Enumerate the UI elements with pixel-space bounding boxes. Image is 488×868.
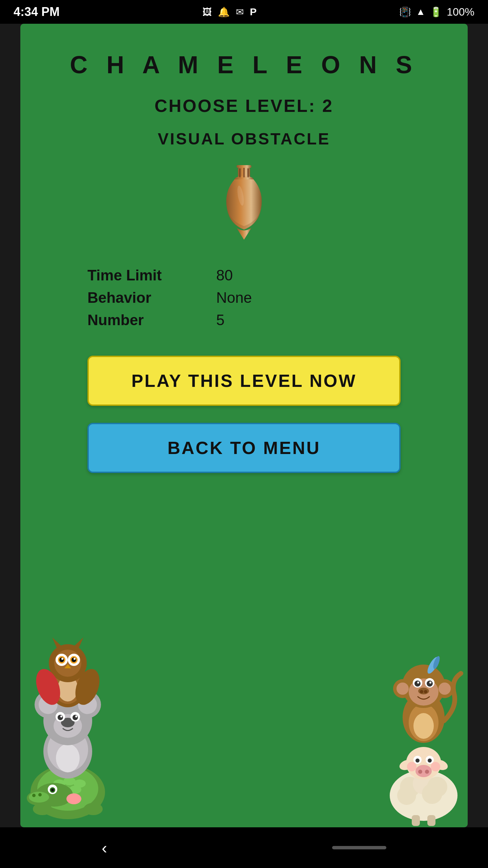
status-bar: 4:34 PM 🖼 🔔 ✉ P 📳 ▲ 🔋 100%	[0, 0, 488, 24]
svg-point-86	[439, 683, 451, 695]
svg-point-16	[29, 792, 49, 803]
svg-point-55	[74, 658, 76, 660]
choose-level: CHOOSE LEVEL: 2	[155, 96, 333, 116]
status-right: 📳 ▲ 🔋 100%	[399, 6, 474, 18]
play-button[interactable]: PLAY THIS LEVEL NOW	[87, 356, 401, 406]
app-icon: P	[250, 6, 257, 18]
svg-point-69	[418, 770, 422, 774]
svg-point-54	[61, 658, 63, 660]
stat-row-number: Number 5	[87, 312, 401, 329]
status-time: 4:34 PM	[14, 5, 60, 19]
vase-illustration	[210, 158, 278, 246]
bottom-nav-bar: ‹	[0, 827, 488, 868]
svg-point-23	[33, 803, 52, 815]
svg-point-70	[425, 770, 429, 774]
back-nav-button[interactable]: ‹	[102, 839, 107, 857]
svg-point-74	[428, 758, 432, 763]
home-pill[interactable]	[332, 846, 386, 849]
svg-point-90	[414, 680, 421, 687]
svg-point-95	[420, 690, 423, 693]
animals-left	[20, 629, 115, 827]
vase-svg	[217, 162, 271, 243]
svg-point-22	[66, 793, 81, 804]
svg-point-27	[56, 744, 80, 772]
stat-row-time: Time Limit 80	[87, 267, 401, 284]
notification-icon: 🔔	[218, 6, 230, 18]
svg-point-21	[38, 793, 42, 796]
svg-rect-0	[237, 165, 251, 168]
stat-value-number: 5	[216, 312, 224, 329]
svg-point-37	[58, 715, 63, 720]
stat-label-number: Number	[87, 312, 196, 329]
battery-percent: 100%	[447, 6, 474, 18]
stat-label-behavior: Behavior	[87, 289, 196, 306]
game-title: C H A M E L E O N S	[70, 51, 418, 79]
stat-label-time: Time Limit	[87, 267, 196, 284]
svg-marker-46	[74, 637, 83, 648]
svg-point-19	[51, 789, 54, 791]
svg-point-94	[418, 688, 429, 694]
svg-point-63	[397, 786, 416, 805]
animals-right	[380, 629, 468, 827]
svg-point-38	[73, 715, 78, 720]
svg-point-91	[427, 680, 433, 687]
animals-left-svg	[20, 629, 115, 826]
svg-point-75	[407, 762, 416, 771]
svg-marker-45	[52, 637, 62, 648]
email-icon: ✉	[236, 6, 244, 18]
stat-value-time: 80	[216, 267, 233, 284]
obstacle-label: VISUAL OBSTACLE	[158, 130, 330, 148]
svg-point-39	[60, 715, 62, 717]
status-icons: 🖼 🔔 ✉ P	[202, 6, 257, 18]
svg-point-24	[84, 803, 103, 815]
svg-point-40	[75, 715, 77, 717]
svg-point-20	[32, 794, 36, 797]
svg-point-73	[415, 758, 420, 763]
svg-point-93	[429, 682, 431, 684]
svg-rect-77	[412, 815, 420, 826]
stat-row-behavior: Behavior None	[87, 289, 401, 306]
wifi-icon: ▲	[416, 6, 425, 17]
svg-point-76	[431, 762, 440, 771]
svg-rect-78	[427, 815, 435, 826]
battery-icon: 🔋	[430, 6, 442, 18]
image-icon: 🖼	[202, 6, 212, 18]
svg-point-64	[422, 784, 442, 804]
stats-section: Time Limit 80 Behavior None Number 5	[87, 267, 401, 329]
game-area: C H A M E L E O N S CHOOSE LEVEL: 2 VISU…	[20, 24, 468, 827]
animals-right-svg	[380, 629, 468, 826]
stat-value-behavior: None	[216, 289, 252, 306]
vibrate-icon: 📳	[399, 6, 411, 18]
svg-point-68	[415, 765, 432, 777]
svg-point-92	[417, 682, 419, 684]
buttons-section: PLAY THIS LEVEL NOW BACK TO MENU	[87, 356, 401, 473]
back-to-menu-button[interactable]: BACK TO MENU	[87, 423, 401, 473]
svg-point-96	[424, 690, 427, 693]
svg-point-84	[396, 683, 409, 695]
svg-point-81	[413, 713, 434, 739]
